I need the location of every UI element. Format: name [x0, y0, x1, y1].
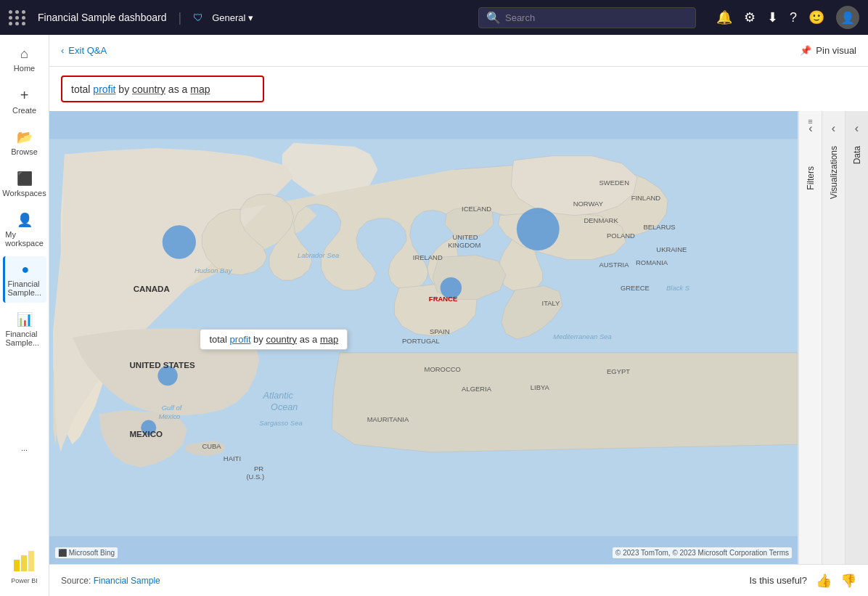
qa-country-word: country	[132, 83, 165, 95]
app-title: Financial Sample dashboard	[38, 12, 166, 23]
source-prefix: Source:	[61, 576, 94, 586]
copyright-text: © 2023 TomTom, © 2023 Microsoft Corporat…	[613, 547, 792, 558]
topbar-icons: 🔔 ⚙ ⬇ ? 🙂 👤	[716, 6, 859, 29]
label-romania: ROMANIA	[636, 258, 668, 266]
sidebar-item-workspaces[interactable]: ⬛ Workspaces	[3, 165, 46, 203]
source-text: Source: Financial Sample	[61, 576, 160, 586]
workspace-selector[interactable]: General ▾	[212, 12, 253, 23]
label-cuba: CUBA	[202, 442, 221, 450]
subheader: ‹ Exit Q&A 📌 Pin visual	[49, 35, 868, 67]
help-icon[interactable]: ?	[790, 10, 797, 25]
label-atlantic: Atlantic	[263, 391, 294, 401]
qa-map-word: map	[190, 83, 210, 95]
powerbi-logo-container: Power BI	[5, 542, 44, 590]
tooltip-profit: profit	[230, 334, 251, 345]
divider: |	[178, 10, 181, 25]
map-tooltip: total profit by country as a map	[200, 329, 348, 350]
label-ireland: IRELAND	[413, 253, 443, 261]
label-norway: NORWAY	[573, 200, 604, 208]
waffle-menu-icon[interactable]	[9, 10, 26, 25]
label-ukraine: UKRAINE	[656, 245, 687, 253]
label-mexico: MEXICO	[129, 430, 163, 438]
panel-data: ‹ Data	[845, 111, 868, 564]
svg-rect-2	[28, 551, 34, 571]
tooltip-map: map	[320, 334, 338, 345]
label-pr: PR	[254, 465, 263, 473]
pin-visual-button[interactable]: 📌 Pin visual	[800, 45, 856, 56]
sidebar-item-financial-sample-1[interactable]: ● Financial Sample...	[3, 256, 46, 303]
label-labrador: Labrador Sea	[298, 251, 339, 259]
map-area: CANADA UNITED STATES MEXICO ICELAND SWED…	[49, 111, 798, 564]
visualizations-toggle-button[interactable]: ‹	[822, 117, 846, 140]
sidebar-item-myworkspace[interactable]: 👤 My workspace	[3, 206, 46, 253]
label-gulf: Gulf of	[162, 404, 183, 412]
settings-icon[interactable]: ⚙	[744, 9, 756, 25]
workspace-label: General	[212, 12, 245, 23]
sidebar-item-home[interactable]: ⌂ Home	[3, 41, 46, 78]
data-label: Data	[852, 146, 862, 164]
label-portugal: PORTUGAL	[402, 337, 440, 345]
label-uk: UNITED	[452, 233, 478, 241]
shield-icon: 🛡	[193, 12, 203, 23]
back-icon: ‹	[61, 45, 64, 56]
home-icon: ⌂	[20, 46, 28, 62]
useful-question: Is this useful?	[750, 575, 808, 586]
thumbs-up-button[interactable]: 👍	[816, 573, 832, 589]
label-sweden: SWEDEN	[599, 179, 629, 187]
search-box[interactable]: 🔍	[478, 7, 696, 28]
avatar[interactable]: 👤	[836, 6, 859, 29]
svg-text:(U.S.): (U.S.)	[246, 473, 264, 481]
visualizations-label: Visualizations	[829, 146, 839, 199]
financial-sample-icon-2: 📊	[17, 311, 33, 327]
browse-icon: 📂	[17, 129, 33, 145]
filters-toggle-button[interactable]: ‹	[799, 117, 822, 140]
sidebar-label-workspaces: Workspaces	[2, 189, 46, 197]
sidebar-label-financial-2: Financial Sample...	[6, 330, 44, 347]
exit-qa-button[interactable]: ‹ Exit Q&A	[61, 45, 107, 56]
sidebar-label-myworkspace: My workspace	[5, 230, 44, 248]
panel-visualizations: ‹ Visualizations	[822, 111, 845, 564]
bubble-germany	[517, 208, 560, 250]
sidebar-item-create[interactable]: + Create	[3, 81, 46, 121]
label-hudson: Hudson Bay	[195, 266, 233, 274]
thumbs-down-button[interactable]: 👎	[840, 573, 856, 589]
powerbi-label: Power BI	[11, 577, 38, 584]
label-libya: LIBYA	[531, 383, 550, 391]
search-icon: 🔍	[486, 11, 501, 25]
qa-query-text: total profit by country as a map	[71, 83, 210, 95]
sidebar-more[interactable]: ...	[3, 438, 46, 458]
topbar: Financial Sample dashboard | 🛡 General ▾…	[0, 0, 868, 35]
download-icon[interactable]: ⬇	[767, 9, 778, 25]
label-poland: POLAND	[607, 232, 635, 240]
financial-sample-icon-1: ●	[22, 262, 30, 277]
useful-actions: Is this useful? 👍 👎	[750, 573, 857, 589]
notification-icon[interactable]: 🔔	[716, 9, 732, 25]
feedback-icon[interactable]: 🙂	[808, 9, 824, 25]
label-canada: CANADA	[134, 285, 171, 293]
content-area: ‹ Exit Q&A 📌 Pin visual total profit by …	[49, 35, 868, 596]
sidebar-label-browse: Browse	[11, 147, 38, 156]
more-icon: ...	[21, 444, 28, 452]
sidebar-item-browse[interactable]: 📂 Browse	[3, 123, 46, 162]
label-usa: UNITED STATES	[129, 361, 195, 370]
search-input[interactable]	[505, 12, 688, 23]
label-iceland: ICELAND	[462, 205, 491, 213]
source-link[interactable]: Financial Sample	[94, 576, 160, 586]
exit-qa-label: Exit Q&A	[68, 45, 107, 56]
data-toggle-button[interactable]: ‹	[846, 117, 869, 140]
svg-text:Mexico: Mexico	[158, 412, 180, 420]
bing-logo: ⬛ Microsoft Bing	[55, 547, 118, 558]
label-mauritania: MAURITANIA	[367, 415, 409, 423]
label-italy: ITALY	[542, 299, 561, 307]
tooltip-country: country	[266, 334, 297, 345]
label-austria: AUSTRIA	[599, 261, 629, 269]
chevron-down-icon: ▾	[248, 12, 253, 23]
qa-input-box[interactable]: total profit by country as a map	[61, 75, 264, 102]
sidebar-item-financial-sample-2[interactable]: 📊 Financial Sample...	[3, 306, 46, 353]
powerbi-logo	[11, 548, 37, 574]
label-algeria: ALGERIA	[462, 385, 492, 393]
label-greece: GREECE	[621, 284, 650, 292]
right-panels: ‹ ≡ Filters ‹ Visualizations ‹ Data	[798, 111, 868, 564]
pin-icon: 📌	[800, 45, 811, 56]
svg-text:Ocean: Ocean	[271, 402, 298, 412]
